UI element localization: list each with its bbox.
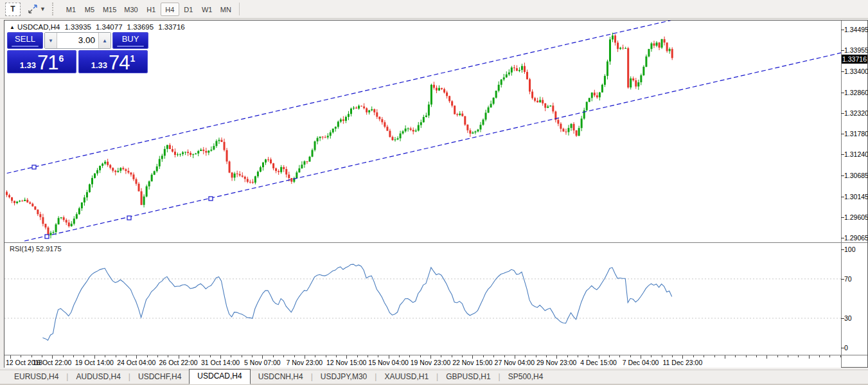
- time-axis-label: 16 Oct 22:00: [33, 359, 71, 366]
- time-axis-minor-tick: [567, 355, 568, 357]
- time-axis-label: 19 Oct 14:00: [75, 359, 114, 366]
- time-axis-minor-tick: [672, 355, 673, 357]
- time-axis-label: 19 Nov 23:00: [411, 359, 450, 366]
- time-axis-minor-tick: [105, 355, 105, 357]
- chart-window: ▲USDCAD,H41.339351.340771.336951.33716 S…: [4, 20, 868, 368]
- chart-tab-gbpusd-h1[interactable]: GBPUSD,H1: [438, 370, 498, 384]
- sell-price-pip: 6: [59, 51, 64, 64]
- channel-handle[interactable]: [32, 165, 36, 169]
- dropdown-caret-icon[interactable]: ▼: [40, 6, 46, 12]
- chart-tab-usdchf-h4[interactable]: USDCHF,H4: [130, 370, 189, 384]
- volume-input[interactable]: 3.00: [57, 33, 98, 48]
- arrows-icon[interactable]: [27, 3, 39, 15]
- sell-price-display[interactable]: 1.33 71 6: [7, 50, 76, 73]
- time-axis-minor-tick: [210, 355, 211, 357]
- time-axis-minor-tick: [42, 355, 42, 357]
- sell-price-prefix: 1.33: [20, 60, 36, 70]
- chart-tab-sp500-h4[interactable]: SP500,H4: [500, 370, 551, 384]
- time-axis-minor-tick: [483, 355, 484, 357]
- channel-handle[interactable]: [127, 216, 131, 220]
- chart-tab-usdcad-h4[interactable]: USDCAD,H4: [189, 369, 250, 384]
- time-axis-minor-tick: [357, 355, 358, 357]
- toolbar-grip[interactable]: [52, 3, 57, 15]
- channel-handle[interactable]: [45, 235, 49, 238]
- axis-separator: [841, 21, 842, 367]
- time-axis-label: 31 Oct 14:00: [201, 359, 240, 366]
- channel-handle[interactable]: [209, 197, 213, 201]
- time-axis-minor-tick: [231, 355, 231, 357]
- volume-decrease-button[interactable]: ▼: [45, 33, 57, 48]
- rsi-indicator-label: RSI(14) 52.9175: [10, 245, 62, 253]
- time-axis-minor-tick: [336, 355, 337, 357]
- rsi-line: [42, 264, 671, 340]
- rsi-axis-label: 0: [844, 344, 848, 352]
- time-axis-label: 11 Dec 23:00: [663, 359, 703, 366]
- buy-price-display[interactable]: 1.33 74 1: [78, 50, 148, 73]
- time-axis[interactable]: 12 Oct 201816 Oct 22:0019 Oct 14:0024 Oc…: [4, 355, 841, 368]
- timeframe-button-d1[interactable]: D1: [179, 3, 198, 16]
- timeframe-button-mn[interactable]: MN: [217, 3, 235, 16]
- timeframe-button-m1[interactable]: M1: [62, 3, 80, 16]
- time-axis-minor-tick: [462, 355, 463, 357]
- buy-price-pip: 1: [130, 51, 136, 64]
- time-axis-label: 24 Oct 04:00: [117, 359, 155, 366]
- volume-increase-button[interactable]: ▲: [98, 33, 111, 48]
- price-axis-label: 1.30685: [844, 172, 868, 179]
- time-axis-minor-tick: [493, 355, 494, 357]
- time-axis-minor-tick: [630, 355, 631, 357]
- time-axis-label: 29 Nov 23:00: [536, 359, 576, 366]
- price-axis-label: 1.29065: [844, 234, 868, 242]
- time-axis-minor-tick: [399, 355, 400, 357]
- time-axis-label: 4 Dec 15:00: [580, 359, 617, 366]
- chart-tab-audusd-h4[interactable]: AUDUSD,H4: [68, 370, 128, 384]
- time-axis-label: 15 Nov 04:00: [368, 359, 408, 366]
- text-tool-button[interactable]: T: [5, 3, 21, 16]
- time-axis-minor-tick: [546, 355, 547, 357]
- one-click-trading-panel: SELL ▼ 3.00 ▲ BUY 1.33 71 6 1.33 74 1: [7, 32, 148, 73]
- time-axis-minor-tick: [651, 355, 651, 357]
- sell-price-big: 71: [37, 52, 58, 73]
- price-axis-label: 1.31780: [844, 130, 868, 138]
- time-axis-minor-tick: [525, 355, 526, 357]
- rsi-axis-label: 100: [844, 246, 856, 253]
- time-axis-minor-tick: [273, 355, 274, 357]
- timeframe-button-h4[interactable]: H4: [161, 3, 179, 16]
- time-axis-minor-tick: [84, 355, 84, 357]
- timeframe-button-m5[interactable]: M5: [80, 3, 99, 16]
- time-axis-label: 5 Nov 07:00: [244, 359, 281, 366]
- chart-tab-usdcnh-h4[interactable]: USDCNH,H4: [251, 370, 311, 384]
- time-axis-minor-tick: [368, 355, 368, 357]
- chart-title: ▲USDCAD,H41.339351.340771.336951.33716: [10, 23, 185, 31]
- timeframe-button-w1[interactable]: W1: [198, 3, 217, 16]
- timeframe-button-m30[interactable]: M30: [120, 3, 141, 16]
- time-axis-major-tick: [809, 355, 810, 359]
- timeframe-button-m15[interactable]: M15: [99, 3, 120, 16]
- time-axis-minor-tick: [840, 355, 841, 357]
- time-axis-minor-tick: [536, 355, 536, 357]
- time-axis-minor-tick: [283, 355, 284, 357]
- sell-button-label: SELL: [15, 34, 35, 44]
- ohlc-close: 1.33716: [158, 23, 185, 31]
- price-axis-label: 1.32320: [844, 109, 868, 117]
- channel-lower-line[interactable]: [24, 53, 841, 241]
- time-axis-minor-tick: [798, 355, 799, 357]
- chart-tab-usdjpy-m30[interactable]: USDJPY,M30: [313, 370, 375, 384]
- pane-divider[interactable]: [4, 242, 867, 243]
- time-axis-minor-tick: [452, 355, 452, 357]
- sell-button[interactable]: SELL: [7, 32, 43, 49]
- toolbar-separator: [239, 3, 240, 15]
- time-axis-minor-tick: [21, 355, 21, 357]
- current-price-tag: 1.33716: [842, 55, 867, 64]
- time-axis-label: 27 Nov 04:00: [495, 359, 535, 366]
- time-axis-minor-tick: [504, 355, 505, 357]
- chart-tab-eurusd-h4[interactable]: EURUSD,H4: [6, 370, 66, 384]
- buy-button[interactable]: BUY: [112, 32, 148, 49]
- ohlc-low: 1.33695: [127, 23, 154, 31]
- chart-tab-xauusd-h1[interactable]: XAUUSD,H1: [376, 370, 436, 384]
- time-axis-minor-tick: [409, 355, 410, 357]
- time-axis-minor-tick: [619, 355, 620, 357]
- time-axis-minor-tick: [609, 355, 610, 357]
- timeframe-button-h1[interactable]: H1: [142, 3, 161, 16]
- time-axis-minor-tick: [746, 355, 747, 357]
- time-axis-minor-tick: [252, 355, 252, 357]
